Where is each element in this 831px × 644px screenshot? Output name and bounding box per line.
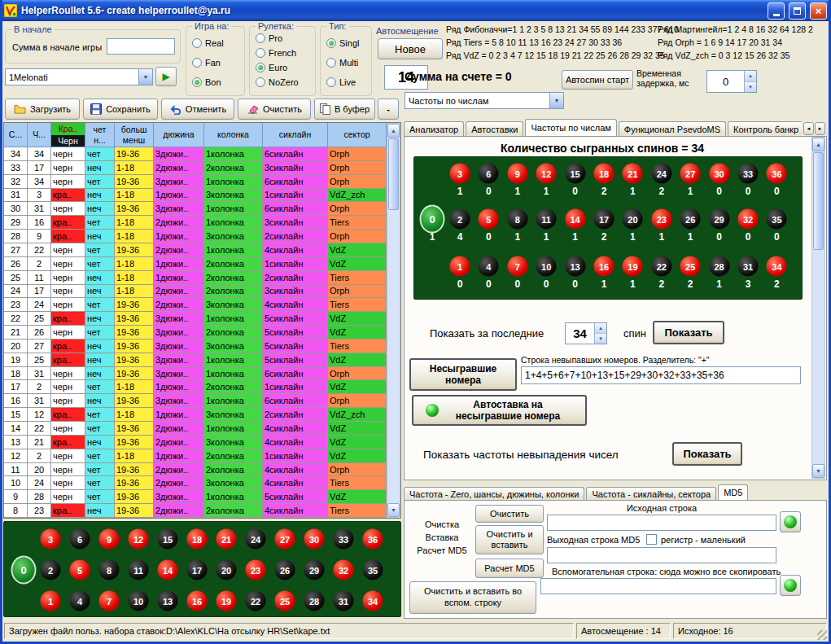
table-row[interactable]: 3434чернчет19-363дюжи..1колонка6сиклайнO… <box>4 147 387 161</box>
roulette-number-5[interactable]: 5 <box>70 560 90 580</box>
main-tab-0[interactable]: Анализатор <box>404 121 464 136</box>
roulette-number-14[interactable]: 14 <box>158 560 178 580</box>
table-row[interactable]: 1925кра..неч19-363дюжи..1колонка5сиклайн… <box>4 353 387 367</box>
apply-preset-button[interactable]: ▶ <box>155 67 177 86</box>
roulette-number-29[interactable]: 29 <box>304 560 325 580</box>
spin-up-button[interactable]: ▲ <box>595 323 606 334</box>
new-button[interactable]: Новое <box>378 38 443 59</box>
table-row[interactable]: 1831черннеч19-363дюжи..1колонка6сиклайнO… <box>4 367 387 381</box>
roulette-number-8[interactable]: 8 <box>99 560 120 580</box>
table-scrollbar[interactable]: ▲ ▼ <box>387 123 400 518</box>
chevron-down-icon[interactable]: ▼ <box>549 93 563 108</box>
show-last-spinner[interactable]: 34 ▲ ▼ <box>565 322 607 344</box>
table-row[interactable]: 313кра..неч1-181дюжи..3колонка1сиклайнVd… <box>4 189 387 203</box>
roulette-number-20[interactable]: 20 <box>216 560 237 580</box>
scroll-thumb[interactable] <box>388 138 399 210</box>
roulette-number-1[interactable]: 1 <box>41 591 61 611</box>
md5-calc-button[interactable]: Расчет MD5 <box>475 559 544 578</box>
freq-missing-button[interactable]: Показать <box>672 442 742 466</box>
table-row[interactable]: 172чернчет1-181дюжи..2колонка1сиклайнVdZ <box>4 380 387 394</box>
radio-live[interactable]: Live <box>326 77 356 87</box>
clear-button[interactable]: Очистить <box>238 99 311 120</box>
scroll-thumb[interactable] <box>813 152 824 250</box>
radio-euro[interactable]: Euro <box>256 63 287 72</box>
roulette-number-31[interactable]: 31 <box>334 591 354 611</box>
table-row[interactable]: 2511черннеч1-181дюжи..2колонка2сиклайнTi… <box>4 271 387 285</box>
collapse-button[interactable]: - <box>378 99 399 120</box>
roulette-number-18[interactable]: 18 <box>187 529 208 550</box>
radio-nozero[interactable]: NoZero <box>256 77 299 87</box>
table-row[interactable]: 1422чернчет19-362дюжи..1колонка4сиклайнV… <box>4 422 387 436</box>
scroll-down-button[interactable]: ▼ <box>387 503 400 517</box>
load-button[interactable]: Загрузить <box>5 99 80 120</box>
spin-down-button[interactable]: ▼ <box>595 334 606 344</box>
table-row[interactable]: 2916кра..чет1-182дюжи..1колонка3сиклайнT… <box>4 216 387 230</box>
roulette-number-36[interactable]: 36 <box>363 529 383 550</box>
tabs-scroll-left-button[interactable]: ◄ <box>803 122 814 135</box>
bottom-tab-2[interactable]: MD5 <box>718 484 748 500</box>
roulette-number-10[interactable]: 10 <box>129 591 149 611</box>
table-row[interactable]: 262чернчет1-181дюжи..2колонка1сиклайнVdZ <box>4 257 387 271</box>
table-row[interactable]: 2324чернчет19-362дюжи..3колонка4сиклайнT… <box>4 298 387 312</box>
roulette-number-4[interactable]: 4 <box>70 591 90 611</box>
md5-clear-paste-button[interactable]: Очистить и вставить <box>475 525 544 554</box>
roulette-number-25[interactable]: 25 <box>275 591 295 611</box>
titlebar[interactable]: HelperRoullet 5.6- create helperroullet@… <box>0 0 831 21</box>
roulette-number-12[interactable]: 12 <box>129 529 149 550</box>
table-row[interactable]: 1512кра..чет1-181дюжи..3колонка2сиклайнV… <box>4 408 387 422</box>
roulette-number-6[interactable]: 6 <box>70 529 90 550</box>
delay-spinner[interactable]: 0 ▲ ▼ <box>706 70 757 93</box>
autobet-missed-button[interactable]: Автоставка на несыгравшие номера <box>412 395 587 426</box>
roulette-number-16[interactable]: 16 <box>187 591 208 611</box>
scroll-up-button[interactable]: ▲ <box>387 124 400 138</box>
md5-aux-input[interactable] <box>540 578 776 594</box>
close-button[interactable]: × <box>810 2 827 20</box>
table-row[interactable]: 1024чернчет19-362дюжи..3колонка4сиклайнT… <box>4 476 387 490</box>
main-tab-1[interactable]: Автоставки <box>466 121 523 136</box>
resize-grip[interactable] <box>817 630 827 640</box>
table-row[interactable]: 3317черннеч1-182дюжи..2колонка3сиклайнOr… <box>4 161 387 175</box>
tabs-scroll-right-button[interactable]: ► <box>815 122 825 135</box>
table-row[interactable]: 1631черннеч19-363дюжи..1колонка6сиклайнO… <box>4 394 387 408</box>
roulette-number-2[interactable]: 2 <box>41 560 61 580</box>
copy-to-buffer-button[interactable]: В буфер <box>314 99 375 120</box>
table-row[interactable]: 2417черннеч1-182дюжи..2колонка3сиклайнOr… <box>4 285 387 299</box>
start-sum-input[interactable] <box>107 38 175 55</box>
roulette-number-7[interactable]: 7 <box>99 591 120 611</box>
roulette-number-21[interactable]: 21 <box>216 529 237 550</box>
main-tab-3[interactable]: Функционал PsevdoMS <box>619 121 726 136</box>
table-row[interactable]: 1321кра..неч19-362дюжи..3колонка4сиклайн… <box>4 436 387 449</box>
radio-singl[interactable]: Singl <box>326 38 359 48</box>
roulette-number-35[interactable]: 35 <box>363 560 383 580</box>
radio-real[interactable]: Real <box>192 38 224 48</box>
roulette-number-13[interactable]: 13 <box>158 591 178 611</box>
radio-fan[interactable]: Fan <box>192 58 221 68</box>
md5-clear-button[interactable]: Очистить <box>475 505 544 523</box>
main-tab-4[interactable]: Контроль банкр <box>728 121 802 136</box>
roulette-number-28[interactable]: 28 <box>304 591 325 611</box>
roulette-number-33[interactable]: 33 <box>334 529 354 550</box>
table-row[interactable]: 2027кра..неч19-363дюжи..3колонка5сиклайн… <box>4 340 387 353</box>
missed-numbers-button[interactable]: Несыгравшие номера <box>409 358 517 391</box>
roulette-number-23[interactable]: 23 <box>246 560 266 580</box>
main-tab-2[interactable]: Частоты по числам <box>525 119 616 136</box>
maximize-button[interactable] <box>789 2 806 20</box>
preset-combobox[interactable]: 1Melonati ▼ <box>5 68 153 85</box>
roulette-number-17[interactable]: 17 <box>187 560 208 580</box>
scroll-up-button[interactable]: ▲ <box>812 138 824 151</box>
table-row[interactable]: 2722чернчет19-362дюжи..1колонка4сиклайнV… <box>4 243 387 257</box>
show-last-button[interactable]: Показать <box>653 321 724 344</box>
save-button[interactable]: Сохранить <box>83 99 158 120</box>
minimize-button[interactable] <box>768 2 785 20</box>
table-row[interactable]: 2126чернчет19-363дюжи..2колонка5сиклайнV… <box>4 326 387 340</box>
roulette-number-19[interactable]: 19 <box>216 591 237 611</box>
undo-button[interactable]: Отменить <box>161 99 234 120</box>
roulette-number-9[interactable]: 9 <box>99 529 120 550</box>
roulette-number-30[interactable]: 30 <box>304 529 325 550</box>
md5-aux-action-button[interactable] <box>780 575 801 596</box>
table-row[interactable]: 3031черннеч19-363дюжи..1колонка6сиклайнO… <box>4 202 387 216</box>
table-row[interactable]: 122чернчет1-181дюжи..2колонка1сиклайнVdZ <box>4 449 387 463</box>
roulette-number-32[interactable]: 32 <box>334 560 354 580</box>
md5-source-action-button[interactable] <box>780 511 801 532</box>
roulette-number-3[interactable]: 3 <box>41 529 61 550</box>
